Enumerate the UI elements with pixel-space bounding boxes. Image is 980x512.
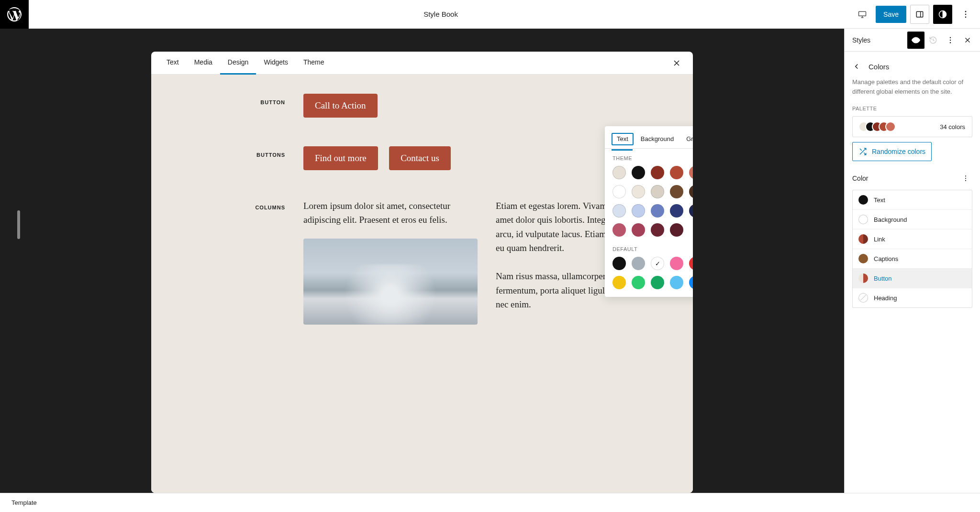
color-swatch[interactable] [632, 166, 645, 179]
svg-rect-1 [916, 11, 923, 17]
color-swatch[interactable] [632, 257, 645, 270]
color-swatch[interactable] [670, 204, 683, 218]
color-swatch[interactable] [612, 166, 626, 179]
section-label-button: BUTTON [174, 94, 303, 118]
color-item-heading[interactable]: Heading [853, 288, 972, 307]
palette-preview-dots [859, 122, 893, 131]
demo-image [303, 239, 478, 325]
color-swatch[interactable] [651, 257, 664, 270]
topbar-actions: Save [853, 5, 980, 24]
color-chip [858, 234, 868, 244]
palette-count: 34 colors [940, 123, 965, 131]
popover-tab-background[interactable]: Background [635, 133, 679, 148]
tab-media[interactable]: Media [187, 52, 220, 75]
color-item-label: Background [874, 216, 907, 223]
scrollbar-handle[interactable] [17, 210, 20, 239]
color-item-background[interactable]: Background [853, 210, 972, 229]
color-swatch[interactable] [689, 204, 693, 218]
color-swatch[interactable] [632, 185, 645, 198]
color-item-text[interactable]: Text [853, 190, 972, 210]
color-swatch[interactable] [651, 204, 664, 218]
device-preview-button[interactable] [853, 5, 872, 24]
sidebar-toggle-button[interactable] [910, 5, 929, 24]
close-stylebook-button[interactable] [668, 54, 685, 72]
page-title: Style Book [29, 10, 853, 18]
color-swatch[interactable] [689, 257, 693, 270]
eye-icon [911, 35, 921, 45]
color-swatch[interactable] [612, 257, 626, 270]
close-icon [963, 36, 972, 44]
revisions-button[interactable] [924, 32, 942, 49]
desktop-icon [858, 10, 867, 19]
save-button[interactable]: Save [876, 6, 906, 23]
popover-tab-text[interactable]: Text [612, 133, 634, 145]
randomize-colors-button[interactable]: Randomize colors [852, 142, 932, 161]
color-swatch[interactable] [689, 185, 693, 198]
style-book-canvas: Text Media Design Widgets Theme BUTTON C… [151, 52, 693, 493]
color-swatch[interactable] [670, 257, 683, 270]
palette-summary[interactable]: 34 colors [852, 116, 972, 137]
color-item-button[interactable]: Button [853, 269, 972, 288]
footer-label: Template [11, 499, 37, 506]
color-swatch[interactable] [612, 185, 626, 198]
color-item-label: Text [874, 196, 885, 204]
color-swatch[interactable] [651, 276, 664, 289]
editor-canvas-wrap: Text Media Design Widgets Theme BUTTON C… [0, 29, 844, 493]
demo-button-findout[interactable]: Find out more [303, 146, 378, 170]
wp-logo[interactable] [0, 0, 29, 29]
palette-dot [886, 122, 895, 131]
color-swatch[interactable] [670, 185, 683, 198]
color-chip [858, 215, 868, 224]
svg-rect-0 [859, 11, 866, 16]
popover-tab-gradient[interactable]: Gradient [681, 133, 693, 148]
color-swatch[interactable] [632, 204, 645, 218]
styles-sidebar: Styles Colors Manage palettes and the de… [844, 29, 980, 493]
svg-point-11 [965, 178, 966, 179]
default-swatch-grid [612, 257, 693, 289]
randomize-label: Randomize colors [872, 148, 925, 155]
close-icon [672, 58, 681, 68]
kebab-icon [962, 174, 969, 182]
tab-widgets[interactable]: Widgets [256, 52, 296, 75]
color-item-link[interactable]: Link [853, 229, 972, 249]
stylebook-view-button[interactable] [907, 32, 924, 49]
more-menu-button[interactable] [956, 5, 975, 24]
tab-theme[interactable]: Theme [296, 52, 332, 75]
color-item-label: Captions [874, 255, 898, 262]
kebab-icon [961, 10, 970, 19]
color-swatch[interactable] [612, 276, 626, 289]
color-swatch[interactable] [651, 223, 664, 237]
color-swatch[interactable] [632, 276, 645, 289]
color-swatch[interactable] [612, 204, 626, 218]
color-item-captions[interactable]: Captions [853, 249, 972, 269]
svg-point-12 [965, 180, 966, 181]
panel-icon [915, 10, 924, 19]
color-swatch[interactable] [689, 276, 693, 289]
color-swatch[interactable] [632, 223, 645, 237]
color-swatch[interactable] [670, 223, 683, 237]
sidebar-more-button[interactable] [942, 32, 959, 49]
color-swatch[interactable] [651, 166, 664, 179]
close-sidebar-button[interactable] [959, 32, 976, 49]
color-section-more[interactable] [959, 172, 972, 185]
back-button[interactable] [849, 59, 864, 74]
color-swatch[interactable] [670, 166, 683, 179]
color-swatch[interactable] [670, 276, 683, 289]
section-label-buttons: BUTTONS [174, 146, 303, 170]
svg-point-4 [965, 13, 967, 15]
stylebook-tabs: Text Media Design Widgets Theme [151, 52, 693, 75]
demo-button-cta[interactable]: Call to Action [303, 94, 378, 118]
color-swatch[interactable] [651, 185, 664, 198]
color-item-label: Button [874, 275, 892, 282]
color-chip [858, 293, 868, 303]
tab-design[interactable]: Design [220, 52, 256, 75]
styles-toggle-button[interactable] [933, 5, 952, 24]
demo-button-contact[interactable]: Contact us [389, 146, 451, 170]
tab-text[interactable]: Text [159, 52, 187, 75]
color-swatch[interactable] [612, 223, 626, 237]
color-picker-popover: Text Background Gradient THEME DEFAULT [605, 126, 693, 297]
contrast-icon [938, 10, 947, 19]
color-swatch[interactable] [689, 166, 693, 179]
shuffle-icon [858, 147, 867, 156]
theme-swatch-grid [612, 166, 693, 237]
